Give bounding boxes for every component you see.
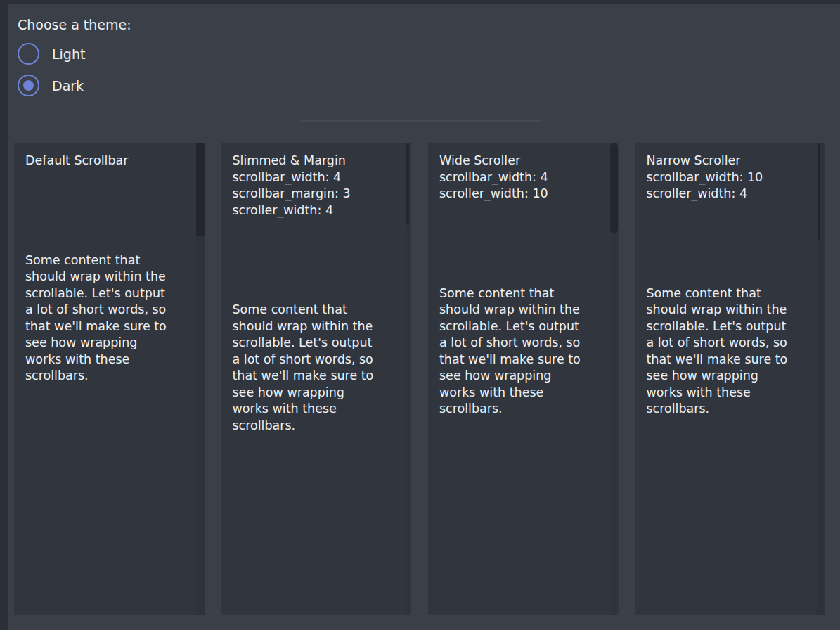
text-line: scrollbars. (233, 418, 392, 435)
text-line: see how wrapping (233, 385, 392, 401)
text-line: that we'll make sure to (647, 352, 806, 368)
text-line: should wrap within the (233, 319, 392, 335)
text-line: a lot of short words, so (25, 302, 185, 319)
text-line: a lot of short words, so (439, 335, 599, 352)
text-line: should wrap within the (439, 302, 599, 319)
text-line: works with these (233, 401, 392, 418)
radio-dark-selected-dot (23, 80, 34, 91)
text-line: that we'll make sure to (233, 368, 392, 385)
text-line: see how wrapping (439, 368, 599, 385)
text-line: scrollable. Let's output (439, 319, 599, 335)
radio-light-icon[interactable] (18, 43, 39, 65)
panel-content: Some content thatshould wrap within thes… (647, 285, 806, 418)
app-window: Choose a theme: Light Dark Default Scrol… (8, 4, 840, 630)
text-line: scrollbar_width: 10 (647, 169, 806, 186)
panel-content: Some content thatshould wrap within thes… (233, 302, 392, 434)
panel-narrow-scroller: Narrow Scroller scrollbar_width: 10scrol… (635, 143, 826, 615)
panel-params: scrollbar_width: 4scroller_width: 10 (439, 169, 599, 202)
text-line: works with these (25, 352, 185, 368)
text-line: should wrap within the (25, 269, 185, 285)
panel-params: scrollbar_width: 4scrollbar_margin: 3scr… (233, 169, 392, 219)
panel-wide-scroller: Wide Scroller scrollbar_width: 4scroller… (428, 143, 619, 615)
theme-chooser: Choose a theme: Light Dark (8, 4, 840, 96)
text-line: should wrap within the (647, 302, 806, 319)
text-line: scrollbar_margin: 3 (233, 186, 392, 202)
text-line: scrollbars. (647, 401, 806, 418)
panel-title: Wide Scroller (439, 153, 599, 169)
text-line: scrollbar_width: 4 (233, 169, 392, 186)
text-line: scroller_width: 4 (233, 202, 392, 219)
text-line: Some content that (647, 285, 806, 302)
text-line: works with these (439, 385, 599, 401)
scrollbar-demo-panels: Default Scrollbar Some content thatshoul… (14, 143, 825, 615)
text-line: see how wrapping (25, 335, 185, 352)
scrollbar-thumb[interactable] (818, 143, 820, 240)
text-line: scroller_width: 10 (439, 186, 599, 202)
text-line: Some content that (233, 302, 392, 319)
panel-slimmed-margin: Slimmed & Margin scrollbar_width: 4scrol… (221, 143, 412, 615)
panel-params: scrollbar_width: 10scroller_width: 4 (647, 169, 806, 202)
text-line: scrollbars. (25, 368, 185, 385)
text-line: that we'll make sure to (439, 352, 599, 368)
text-line: that we'll make sure to (25, 319, 185, 335)
panel-content: Some content thatshould wrap within thes… (439, 285, 599, 418)
text-line: scrollbar_width: 4 (439, 169, 599, 186)
radio-option-light[interactable]: Light (18, 43, 85, 65)
text-line: scroller_width: 4 (647, 186, 806, 202)
section-divider (300, 120, 541, 122)
text-line: scrollable. Let's output (647, 319, 806, 335)
text-line: scrollable. Let's output (233, 335, 392, 352)
panel-content: Some content thatshould wrap within thes… (25, 252, 185, 385)
panel-spacer (233, 219, 392, 302)
text-line: Some content that (439, 285, 599, 302)
text-line: Some content that (25, 252, 185, 269)
text-line: see how wrapping (647, 368, 806, 385)
panel-default-scrollbar: Default Scrollbar Some content thatshoul… (14, 143, 205, 615)
radio-option-dark[interactable]: Dark (18, 75, 84, 96)
text-line: works with these (647, 385, 806, 401)
radio-light-label: Light (52, 46, 85, 62)
text-line: scrollable. Let's output (25, 285, 185, 302)
panel-spacer (25, 169, 185, 252)
text-line: a lot of short words, so (647, 335, 806, 352)
text-line: a lot of short words, so (233, 352, 392, 368)
theme-chooser-label: Choose a theme: (18, 17, 840, 32)
radio-dark-label: Dark (52, 78, 84, 94)
radio-dark-icon[interactable] (18, 75, 39, 96)
panel-spacer (439, 202, 599, 285)
panel-title: Narrow Scroller (647, 153, 806, 169)
scrollbar-thumb[interactable] (610, 143, 618, 233)
text-line: scrollbars. (439, 401, 599, 418)
panel-title: Slimmed & Margin (233, 153, 392, 169)
panel-spacer (647, 202, 806, 285)
scrollbar-thumb[interactable] (196, 143, 205, 236)
panel-title: Default Scrollbar (25, 153, 185, 169)
window-frame: Choose a theme: Light Dark Default Scrol… (0, 0, 840, 630)
scrollbar-thumb[interactable] (406, 143, 409, 225)
